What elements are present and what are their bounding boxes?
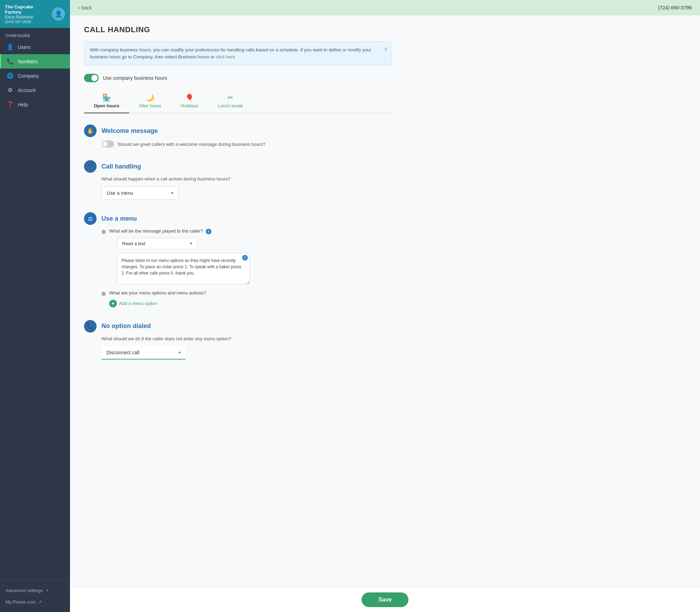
sidebar-item-account[interactable]: ⚙ Account bbox=[0, 83, 70, 97]
close-banner-button[interactable]: × bbox=[384, 45, 387, 54]
tab-holidays[interactable]: 🎈 Holidays bbox=[171, 91, 208, 113]
back-label: back bbox=[82, 5, 92, 10]
tab-lunch-break-label: Lunch break bbox=[218, 103, 243, 108]
no-option-dialed-section: 📞 No option dialed What should we do if … bbox=[84, 320, 392, 360]
back-arrow-icon: ‹ bbox=[78, 5, 80, 10]
menu-message-textarea[interactable] bbox=[117, 253, 250, 284]
use-a-menu-subsection: What will be the message played to the c… bbox=[102, 228, 392, 307]
welcome-message-header: ✋ Welcome message bbox=[84, 124, 392, 137]
menu-options-label: What are your menu options and menu acti… bbox=[109, 290, 206, 296]
sidebar-phone: (844) 587-8638 bbox=[5, 20, 48, 24]
no-option-dropdown-wrap: Disconnect call ▾ bbox=[102, 346, 392, 360]
tab-open-hours-label: Open hours bbox=[94, 103, 119, 108]
call-handling-dropdown-wrap: Use a menu ▾ bbox=[102, 186, 392, 200]
sidebar-header-text: The Cupcake Factory Erica Robinson (844)… bbox=[5, 4, 48, 24]
help-icon: ❓ bbox=[7, 101, 14, 108]
welcome-message-subtitle: Should we greet callers with a welcome m… bbox=[118, 142, 265, 147]
no-option-header: 📞 No option dialed bbox=[84, 320, 392, 333]
my-phone-link[interactable]: My.Phone.com ↗ bbox=[0, 596, 70, 608]
hand-icon: ✋ bbox=[87, 128, 94, 134]
tab-lunch-break[interactable]: ✂ Lunch break bbox=[208, 91, 253, 113]
globe-icon: 🌐 bbox=[7, 72, 14, 79]
top-bar: ‹ back (724) 690-3799 bbox=[70, 0, 700, 15]
call-handling-title: Call handling bbox=[102, 163, 141, 170]
read-text-chevron-icon: ▾ bbox=[190, 241, 192, 246]
menu-options-content: What are your menu options and menu acti… bbox=[109, 290, 206, 307]
no-option-chevron-icon: ▾ bbox=[178, 350, 181, 355]
dot-indicator-2 bbox=[102, 292, 106, 296]
business-hours-toggle-label: Use company business hours bbox=[103, 75, 167, 81]
users-icon: 👤 bbox=[7, 44, 14, 50]
read-text-value: Read a text bbox=[122, 241, 146, 246]
advanced-settings-link[interactable]: Advanced settings ↗ bbox=[0, 585, 70, 596]
use-a-menu-icon: ⚖ bbox=[84, 212, 97, 225]
plus-icon: + bbox=[109, 300, 117, 307]
tab-holidays-label: Holidays bbox=[181, 103, 198, 108]
call-handling-dropdown[interactable]: Use a menu ▾ bbox=[102, 186, 178, 200]
menu-options-row: What are your menu options and menu acti… bbox=[102, 290, 392, 307]
tab-after-hours-label: After hours bbox=[139, 103, 161, 108]
welcome-message-icon: ✋ bbox=[84, 124, 97, 137]
headphones-icon: 🎧 bbox=[87, 163, 94, 170]
balloon-icon: 🎈 bbox=[185, 93, 194, 102]
external-link-icon-2: ↗ bbox=[38, 600, 42, 604]
welcome-message-title: Welcome message bbox=[102, 127, 158, 135]
call-handling-section: 🎧 Call handling What should happen when … bbox=[84, 160, 392, 200]
tabs: 🏪 Open hours 🌙 After hours 🎈 Holidays ✂ … bbox=[84, 91, 392, 113]
save-button[interactable]: Save bbox=[362, 592, 408, 607]
scissors-icon: ✂ bbox=[227, 93, 233, 102]
no-option-subtitle: What should we do if the caller does not… bbox=[102, 336, 392, 341]
sidebar-footer: Advanced settings ↗ My.Phone.com ↗ bbox=[0, 580, 70, 612]
phone-dialed-icon: 📞 bbox=[87, 323, 94, 329]
avatar: 👤 bbox=[52, 7, 65, 21]
message-played-row: What will be the message played to the c… bbox=[102, 228, 392, 285]
call-handling-icon: 🎧 bbox=[84, 160, 97, 173]
welcome-toggle-row: Should we greet callers with a welcome m… bbox=[102, 141, 392, 148]
use-a-menu-header: ⚖ Use a menu bbox=[84, 212, 392, 225]
read-text-dropdown[interactable]: Read a text ▾ bbox=[117, 238, 197, 249]
sidebar-item-numbers[interactable]: 📞 Numbers bbox=[0, 54, 70, 69]
textarea-info-icon[interactable]: i bbox=[242, 255, 248, 261]
business-hours-toggle-row: Use company business hours bbox=[84, 74, 392, 82]
sidebar-item-help[interactable]: ❓ Help bbox=[0, 97, 70, 112]
business-hours-toggle[interactable] bbox=[84, 74, 99, 82]
external-link-icon: ↗ bbox=[46, 588, 49, 593]
tab-open-hours[interactable]: 🏪 Open hours bbox=[84, 91, 129, 113]
advanced-settings-label: Advanced settings bbox=[6, 588, 43, 593]
top-bar-phone: (724) 690-3799 bbox=[658, 5, 692, 10]
main-content: ‹ back (724) 690-3799 CALL HANDLING With… bbox=[70, 0, 700, 612]
message-played-content: What will be the message played to the c… bbox=[109, 228, 250, 285]
welcome-message-toggle[interactable] bbox=[102, 141, 114, 148]
no-option-icon: 📞 bbox=[84, 320, 97, 333]
page-title: CALL HANDLING bbox=[84, 25, 392, 34]
sidebar-item-company[interactable]: 🌐 Company bbox=[0, 69, 70, 83]
sidebar: The Cupcake Factory Erica Robinson (844)… bbox=[0, 0, 70, 612]
dot-indicator bbox=[102, 230, 106, 234]
sidebar-item-account-label: Account bbox=[18, 87, 36, 93]
use-a-menu-section: ⚖ Use a menu What will be the message pl… bbox=[84, 212, 392, 307]
call-handling-dropdown-value: Use a menu bbox=[107, 190, 133, 196]
sidebar-nav: 👤 Users 📞 Numbers 🌐 Company ⚙ Account ❓ … bbox=[0, 40, 70, 580]
add-menu-option-button[interactable]: + Add a menu option bbox=[109, 300, 206, 307]
info-banner: With company business hours, you can mod… bbox=[84, 41, 392, 65]
message-played-label: What will be the message played to the c… bbox=[109, 228, 250, 234]
moon-icon: 🌙 bbox=[146, 93, 154, 102]
save-bar: Save bbox=[70, 587, 700, 612]
sidebar-item-users[interactable]: 👤 Users bbox=[0, 40, 70, 54]
no-option-dropdown-value: Disconnect call bbox=[106, 350, 139, 355]
no-option-title: No option dialed bbox=[102, 322, 151, 330]
read-text-wrap: Read a text ▾ i bbox=[117, 238, 250, 285]
click-here-link[interactable]: click here. bbox=[216, 54, 237, 59]
message-info-icon[interactable]: i bbox=[206, 229, 211, 234]
sidebar-item-help-label: Help bbox=[18, 102, 28, 107]
tab-after-hours[interactable]: 🌙 After hours bbox=[129, 91, 171, 113]
chevron-down-icon: ▾ bbox=[171, 191, 173, 195]
call-handling-header: 🎧 Call handling bbox=[84, 160, 392, 173]
configure-label: CONFIGURE bbox=[0, 28, 70, 40]
back-button[interactable]: ‹ back bbox=[78, 5, 92, 10]
store-icon: 🏪 bbox=[102, 93, 111, 102]
gear-icon: ⚙ bbox=[7, 87, 14, 93]
no-option-dropdown[interactable]: Disconnect call ▾ bbox=[102, 346, 186, 360]
user-name: Erica Robinson bbox=[5, 15, 48, 20]
company-name: The Cupcake Factory bbox=[5, 4, 48, 15]
